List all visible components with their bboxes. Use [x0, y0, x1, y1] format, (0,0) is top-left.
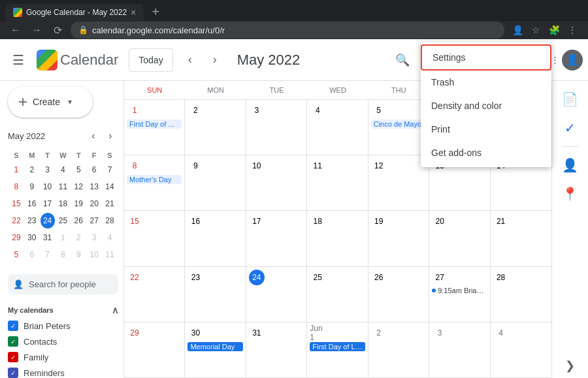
- day-number[interactable]: 8: [127, 158, 142, 174]
- calendar-day[interactable]: 18: [307, 211, 368, 266]
- maps-icon[interactable]: 📍: [557, 181, 583, 207]
- event-pill[interactable]: Memorial Day: [188, 342, 242, 351]
- mini-cal-day[interactable]: 22: [9, 213, 24, 228]
- mini-cal-day[interactable]: 19: [71, 196, 86, 212]
- mini-cal-day[interactable]: 9: [71, 247, 86, 262]
- mini-cal-day[interactable]: 3: [41, 162, 55, 178]
- day-number[interactable]: 16: [188, 213, 203, 229]
- day-number[interactable]: 22: [127, 270, 142, 285]
- calendar-day[interactable]: 21: [491, 211, 551, 266]
- mini-cal-day[interactable]: 7: [103, 162, 117, 178]
- calendar-checkbox[interactable]: ✓: [8, 336, 18, 347]
- address-bar[interactable]: 🔒 calendar.google.com/calendar/u/0/r: [71, 22, 504, 39]
- mini-cal-day[interactable]: 20: [87, 196, 101, 212]
- mini-cal-day[interactable]: 31: [41, 230, 55, 245]
- forward-button[interactable]: →: [29, 22, 44, 38]
- mini-cal-day[interactable]: 9: [25, 179, 39, 195]
- calendar-day[interactable]: 23: [185, 267, 246, 322]
- day-number[interactable]: 25: [310, 270, 325, 285]
- active-tab[interactable]: Google Calendar - May 2022 ×: [5, 4, 144, 21]
- mini-cal-day[interactable]: 8: [9, 179, 24, 195]
- calendar-day[interactable]: 15: [124, 211, 185, 266]
- mini-cal-day[interactable]: 26: [71, 213, 86, 228]
- star-icon[interactable]: ☆: [528, 22, 544, 38]
- extension-icon[interactable]: 🧩: [546, 22, 562, 38]
- calendar-day[interactable]: 20: [429, 211, 490, 266]
- event-pill[interactable]: First Day of LGBTQ: [310, 342, 365, 351]
- calendar-day[interactable]: 1First Day of Asian F: [124, 100, 185, 155]
- calendar-day[interactable]: Jun 1First Day of LGBTQ: [307, 323, 368, 377]
- prev-month-button[interactable]: ‹: [178, 48, 202, 72]
- calendar-day[interactable]: 24: [246, 267, 307, 322]
- mini-cal-day[interactable]: 25: [56, 213, 71, 228]
- calendar-day[interactable]: 22: [124, 267, 185, 322]
- calendar-day[interactable]: 4: [491, 323, 551, 377]
- day-number[interactable]: 20: [432, 213, 448, 229]
- profile-icon[interactable]: 👤: [510, 22, 525, 38]
- event-pill[interactable]: Mother's Day: [127, 175, 182, 184]
- mini-cal-day[interactable]: 1: [56, 230, 71, 245]
- avatar[interactable]: 👤: [562, 50, 583, 71]
- calendar-day[interactable]: 25: [307, 267, 368, 322]
- create-button[interactable]: + Create ▾: [8, 86, 93, 118]
- day-number[interactable]: 27: [432, 270, 448, 285]
- day-number[interactable]: 21: [493, 213, 509, 229]
- reload-button[interactable]: ⟳: [50, 22, 65, 38]
- mini-cal-day[interactable]: 11: [103, 247, 117, 262]
- mini-cal-day[interactable]: 24: [41, 213, 55, 228]
- back-button[interactable]: ←: [8, 22, 24, 38]
- calendar-day[interactable]: 4: [307, 100, 368, 155]
- calendar-day[interactable]: 8Mother's Day: [124, 155, 185, 210]
- calendar-day[interactable]: 31: [246, 323, 307, 377]
- mini-cal-day[interactable]: 12: [71, 179, 86, 195]
- mini-cal-day[interactable]: 10: [87, 247, 101, 262]
- calendar-item[interactable]: ✓Family: [8, 349, 118, 365]
- mini-cal-day[interactable]: 6: [25, 247, 39, 262]
- day-number[interactable]: Jun 1: [310, 325, 325, 341]
- search-people[interactable]: 👤 Search for people: [8, 274, 118, 294]
- mini-cal-day[interactable]: 21: [103, 196, 117, 212]
- day-number[interactable]: 3: [432, 325, 448, 341]
- day-number[interactable]: 3: [249, 102, 265, 118]
- mini-cal-day[interactable]: 6: [87, 162, 101, 178]
- mini-cal-day[interactable]: 2: [71, 230, 86, 245]
- calendar-day[interactable]: 30Memorial Day: [185, 323, 246, 377]
- day-number[interactable]: 10: [249, 158, 265, 174]
- today-button[interactable]: Today: [129, 48, 172, 72]
- mini-cal-day[interactable]: 3: [87, 230, 101, 245]
- mini-cal-day[interactable]: 15: [9, 196, 24, 212]
- calendar-day[interactable]: 279:15am Brian - ey: [429, 267, 490, 322]
- mini-cal-day[interactable]: 11: [56, 179, 71, 195]
- day-number[interactable]: 26: [371, 270, 387, 285]
- mini-cal-day[interactable]: 8: [56, 247, 71, 262]
- day-number[interactable]: 31: [249, 325, 265, 341]
- day-number[interactable]: 24: [249, 270, 265, 285]
- mini-cal-day[interactable]: 7: [41, 247, 55, 262]
- dropdown-item-print[interactable]: Print: [421, 118, 551, 141]
- mini-cal-day[interactable]: 5: [71, 162, 86, 178]
- day-number[interactable]: 19: [371, 213, 387, 229]
- expand-right-sidebar-icon[interactable]: ❯: [565, 358, 575, 373]
- calendar-day[interactable]: 11: [307, 155, 368, 210]
- day-number[interactable]: 2: [371, 325, 387, 341]
- mini-cal-day[interactable]: 30: [25, 230, 39, 245]
- dropdown-item-density-and-color[interactable]: Density and color: [421, 94, 551, 118]
- dropdown-item-settings[interactable]: Settings: [421, 44, 551, 71]
- dropdown-item-trash[interactable]: Trash: [421, 71, 551, 94]
- contacts-icon[interactable]: 👤: [557, 152, 583, 178]
- day-number[interactable]: 4: [310, 102, 325, 118]
- mini-cal-day[interactable]: 23: [25, 213, 39, 228]
- calendar-day[interactable]: 10: [246, 155, 307, 210]
- calendar-checkbox[interactable]: ✓: [8, 321, 18, 331]
- next-month-button[interactable]: ›: [203, 48, 227, 72]
- keep-icon[interactable]: 📄: [557, 86, 583, 112]
- event-pill[interactable]: First Day of Asian F: [127, 119, 182, 129]
- calendar-day[interactable]: 9: [185, 155, 246, 210]
- calendar-day[interactable]: 26: [368, 267, 429, 322]
- tasks-icon[interactable]: ✓: [557, 115, 583, 141]
- collapse-my-calendars-icon[interactable]: ∧: [112, 305, 118, 315]
- more-icon[interactable]: ⋮: [564, 22, 580, 38]
- day-number[interactable]: 28: [493, 270, 509, 285]
- mini-cal-day[interactable]: 14: [103, 179, 117, 195]
- day-number[interactable]: 29: [127, 325, 142, 341]
